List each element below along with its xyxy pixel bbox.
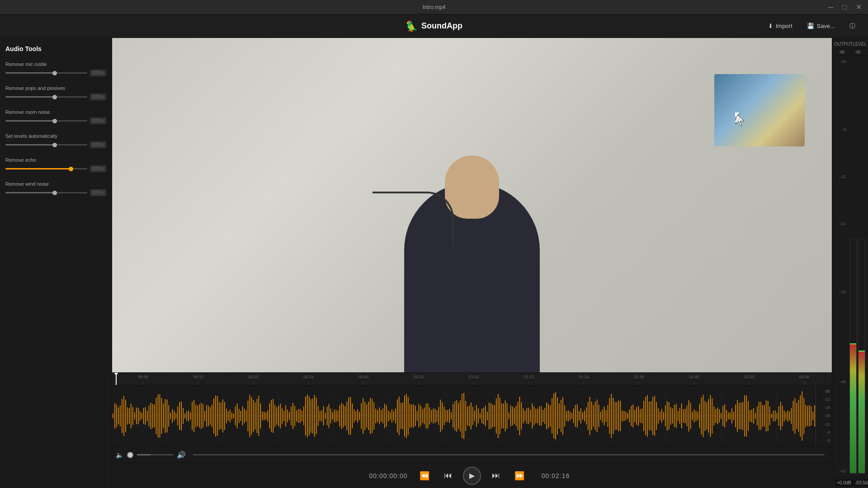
close-button[interactable]: ✕ xyxy=(853,2,864,12)
ruler-label-4: 00:42 xyxy=(359,375,369,379)
output-readout: +0.0dB xyxy=(835,479,853,486)
meter-bar-level xyxy=(858,239,865,474)
volume-knob[interactable] xyxy=(127,452,133,458)
ruler-label-0: 00:00 xyxy=(138,375,149,379)
center-panel: 00:0000:1000:2000:3100:4200:5201:0301:13… xyxy=(112,38,832,488)
tool-value-pops-plosives[interactable]: 000% xyxy=(90,94,106,100)
meter-db-label: dB xyxy=(840,50,844,54)
app-logo: 🦜 SoundApp xyxy=(406,20,462,32)
ruler-label-2: 00:20 xyxy=(248,375,259,379)
header: 🦜 SoundApp ⬇ Import 💾 Save... ⓘ xyxy=(0,14,868,38)
waveform-db-scale: dB -12 -18 -18 -12 -6 -3 xyxy=(816,385,832,446)
slider-fill-room-noise xyxy=(5,120,55,122)
db-scale-label-18: -18 xyxy=(816,405,832,410)
ruler-mark-12: 02:06 xyxy=(777,373,832,385)
level-readout: -03.5dB xyxy=(853,479,868,486)
transport-controls: 00:00:00:00 ⏪ ⏮ ▶ ⏭ ⏩ 00:02:16 xyxy=(112,463,832,488)
tool-value-mic-rustle[interactable]: 000% xyxy=(90,70,106,76)
person-head xyxy=(445,155,499,219)
slider-remove-echo[interactable] xyxy=(5,168,87,169)
ruler-label-9: 01:34 xyxy=(634,375,644,379)
ruler-mark-8: 01:24 xyxy=(557,373,612,385)
scale-n57: −57 xyxy=(835,469,846,474)
slider-thumb-room-noise[interactable] xyxy=(52,119,57,123)
slider-thumb-set-levels[interactable] xyxy=(52,143,57,147)
scale-n12: −12 xyxy=(835,174,846,179)
tool-controls-mic-rustle: 000% xyxy=(5,70,106,76)
tool-label-room-noise: Remove room noise xyxy=(5,109,106,115)
tool-value-wind-noise[interactable]: 000% xyxy=(90,189,106,196)
save-icon: 💾 xyxy=(807,23,814,29)
main-timeline-scrubber[interactable] xyxy=(193,454,825,455)
tool-value-set-levels[interactable]: 000% xyxy=(90,141,106,148)
step-back-button[interactable]: ⏮ xyxy=(440,469,456,482)
ruler-mark-1: 00:10 xyxy=(171,373,226,385)
tool-label-remove-echo: Remove echo xyxy=(5,157,106,163)
meter-bars xyxy=(849,59,865,474)
slider-set-levels[interactable] xyxy=(5,144,87,145)
meter-bar-output xyxy=(849,239,857,474)
meter-fill-output xyxy=(850,344,856,473)
step-forward-button[interactable]: ⏭ xyxy=(488,469,504,482)
tool-value-room-noise[interactable]: 000% xyxy=(90,117,106,124)
meter-db-label2: dB xyxy=(856,50,861,54)
slider-mic-rustle[interactable] xyxy=(5,72,87,74)
slider-thumb-pops-plosives[interactable] xyxy=(52,95,57,99)
tool-mic-rustle: Remove mic rustle000% xyxy=(5,61,106,76)
scale-n9: −9 xyxy=(835,127,846,132)
slider-pops-plosives[interactable] xyxy=(5,96,87,98)
slider-fill-pops-plosives xyxy=(5,96,55,98)
ruler-mark-3: 00:31 xyxy=(281,373,336,385)
tool-controls-set-levels: 000% xyxy=(5,141,106,148)
current-time-display: 00:00:00:00 xyxy=(368,472,409,479)
slider-thumb-mic-rustle[interactable] xyxy=(52,71,57,75)
app-name: SoundApp xyxy=(421,21,462,31)
titlebar: Intro.mp4 ─ □ ✕ xyxy=(0,0,868,14)
timeline-area: 00:0000:1000:2000:3100:4200:5201:0301:13… xyxy=(112,372,832,463)
tool-controls-wind-noise: 000% xyxy=(5,189,106,196)
waveform-container[interactable]: dB -12 -18 -18 -12 -6 -3 xyxy=(112,385,832,446)
playhead[interactable] xyxy=(116,373,117,385)
timeline-ruler[interactable]: 00:0000:1000:2000:3100:4200:5201:0301:13… xyxy=(112,373,832,385)
maximize-button[interactable]: □ xyxy=(840,2,849,12)
ruler-label-6: 01:03 xyxy=(469,375,479,379)
ruler-label-11: 01:55 xyxy=(744,375,755,379)
slider-wind-noise[interactable] xyxy=(5,192,87,193)
tool-label-pops-plosives: Remove pops and plosives xyxy=(5,85,106,91)
play-pause-button[interactable]: ▶ xyxy=(463,467,481,485)
fast-forward-button[interactable]: ⏩ xyxy=(511,469,528,483)
slider-room-noise[interactable] xyxy=(5,120,87,122)
ruler-label-12: 02:06 xyxy=(799,375,810,379)
volume-slider[interactable] xyxy=(137,454,173,455)
ruler-mark-10: 01:45 xyxy=(666,373,722,385)
ruler-tick-4 xyxy=(363,382,364,385)
rewind-button[interactable]: ⏪ xyxy=(416,469,433,483)
import-label: Import xyxy=(776,23,793,29)
slider-thumb-wind-noise[interactable] xyxy=(52,191,57,195)
save-button[interactable]: 💾 Save... xyxy=(803,21,839,31)
info-button[interactable]: ⓘ xyxy=(846,20,859,32)
minimize-button[interactable]: ─ xyxy=(826,2,836,12)
tool-label-wind-noise: Remove wind noise xyxy=(5,181,106,187)
meter-area: 24 −9 −12 −21 −33 −45 −57 xyxy=(832,56,868,477)
import-button[interactable]: ⬇ Import xyxy=(764,21,796,31)
volume-row: 🔈 🔊 xyxy=(112,446,832,463)
meter-peak-level xyxy=(859,351,865,352)
slider-fill-set-levels xyxy=(5,144,55,145)
meter-peak-output xyxy=(850,343,856,344)
window-title: Intro.mp4 xyxy=(423,4,446,10)
scale-n45: −45 xyxy=(835,380,846,384)
meter-scale: 24 −9 −12 −21 −33 −45 −57 xyxy=(835,59,848,474)
ruler-tick-0 xyxy=(143,382,143,385)
db-scale-label-3: -3 xyxy=(816,438,832,443)
microphone-arm xyxy=(373,192,454,246)
ruler-label-10: 01:45 xyxy=(689,375,699,379)
volume-low-icon: 🔈 xyxy=(116,451,123,459)
slider-thumb-remove-echo[interactable] xyxy=(69,167,73,171)
right-meter-panel: OUTPUT LEVEL dB dB 24 −9 −12 −21 −33 xyxy=(832,38,868,488)
tool-value-remove-echo[interactable]: 000% xyxy=(90,165,106,172)
ruler-tick-12 xyxy=(804,382,805,385)
waveform-svg xyxy=(112,385,832,446)
ruler-mark-4: 00:42 xyxy=(336,373,391,385)
logo-icon: 🦜 xyxy=(406,20,418,32)
